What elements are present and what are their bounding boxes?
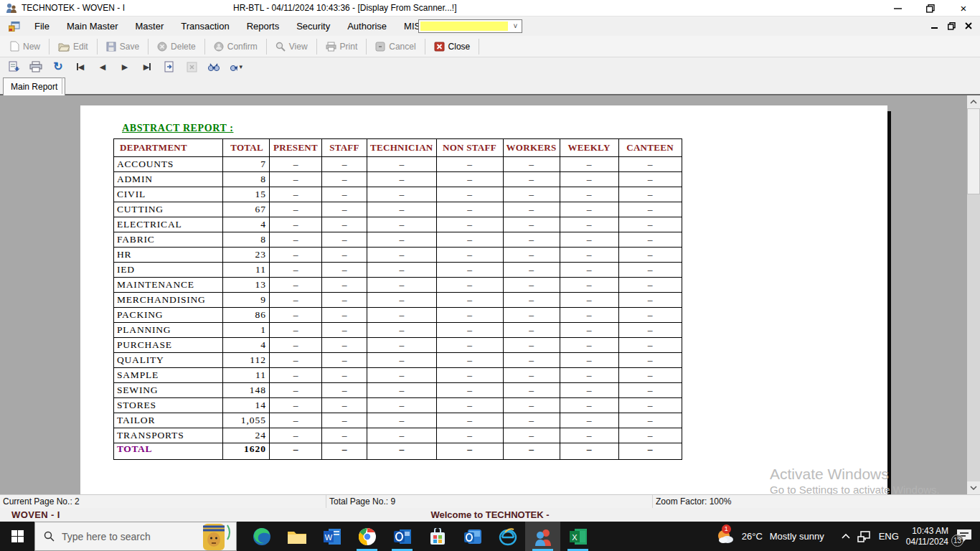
print-button[interactable]: Print (319, 37, 365, 56)
close-button[interactable]: Close (427, 37, 478, 56)
table-cell: – (322, 187, 367, 202)
table-row: TAILOR1,055––––––– (114, 413, 682, 428)
taskbar-outlook-icon[interactable] (385, 522, 420, 551)
table-cell: – (618, 202, 682, 217)
table-cell: 148 (223, 383, 270, 398)
taskbar-file-explorer-icon[interactable] (279, 522, 314, 551)
language-indicator[interactable]: ENG (879, 531, 899, 542)
taskbar-excel-icon[interactable]: X (560, 522, 595, 551)
table-row: CIVIL15––––––– (114, 187, 682, 202)
minimize-button[interactable] (881, 0, 914, 17)
export-report-icon[interactable] (7, 60, 20, 73)
taskbar-store-icon[interactable] (420, 522, 455, 551)
first-page-icon[interactable]: ◀ (74, 60, 87, 73)
table-cell: – (618, 217, 682, 232)
save-disk-icon (106, 42, 116, 52)
mdi-close-button[interactable] (961, 20, 976, 32)
table-cell: – (322, 308, 367, 323)
restore-button[interactable] (914, 0, 947, 17)
table-cell: ADMIN (114, 172, 223, 187)
save-button[interactable]: Save (99, 37, 146, 56)
weather-icon[interactable]: 1 (716, 527, 735, 546)
scrollbar-thumb[interactable] (967, 108, 980, 194)
confirm-button[interactable]: Confirm (207, 37, 265, 56)
report-page: ABSTRACT REPORT : DEPARTMENTTOTALPRESENT… (80, 105, 887, 494)
table-cell: – (322, 398, 367, 413)
mdi-minimize-button[interactable] (927, 20, 941, 32)
weather-desc[interactable]: Mostly sunny (770, 531, 824, 542)
table-cell: – (436, 428, 503, 443)
tab-main-report[interactable]: Main Report (3, 77, 65, 95)
zoom-level-icon[interactable]: ▾ (230, 60, 242, 73)
delete-button[interactable]: Delete (150, 37, 203, 56)
table-cell: – (436, 443, 503, 460)
column-header: PRESENT (270, 139, 322, 157)
table-cell: – (367, 187, 437, 202)
refresh-icon[interactable]: ↻ (52, 60, 65, 73)
goto-page-icon[interactable] (163, 60, 176, 73)
search-highlight-image[interactable] (193, 522, 235, 550)
toolbar-separator (97, 39, 98, 55)
menu-item-main-master[interactable]: Main Master (58, 18, 127, 34)
menu-item-security[interactable]: Security (288, 18, 339, 34)
table-cell: – (367, 323, 437, 338)
table-cell: – (270, 263, 322, 278)
table-cell: – (618, 428, 682, 443)
weather-temp[interactable]: 26°C (742, 531, 763, 542)
taskbar-clock[interactable]: 10:43 AM 04/11/2024 (906, 526, 948, 547)
table-cell: – (560, 293, 618, 308)
menu-item-file[interactable]: File (26, 18, 58, 34)
taskbar-word-icon[interactable]: W (314, 522, 349, 551)
close-window-button[interactable]: × (947, 0, 980, 17)
magnifier-icon (275, 42, 286, 52)
table-cell: – (436, 278, 503, 293)
table-cell: – (367, 443, 437, 460)
taskbar-search[interactable] (34, 522, 237, 551)
chevron-down-icon[interactable]: ˅ (509, 20, 522, 32)
table-cell: – (270, 278, 322, 293)
taskbar-chrome-icon[interactable] (349, 522, 385, 551)
taskbar-technotek-app-icon[interactable] (525, 522, 560, 551)
table-cell: – (270, 172, 322, 187)
edit-button[interactable]: Edit (51, 37, 95, 56)
taskbar-edge-icon[interactable] (244, 522, 279, 551)
start-button[interactable] (0, 522, 34, 551)
table-cell: – (367, 232, 437, 248)
taskbar-internet-explorer-icon[interactable] (490, 522, 525, 551)
tray-chevron-up-icon[interactable] (842, 534, 850, 540)
table-cell: – (270, 368, 322, 383)
table-cell: SEWING (114, 383, 223, 398)
table-cell: – (560, 428, 618, 443)
table-cell: – (270, 248, 322, 263)
vertical-scrollbar[interactable] (967, 95, 980, 494)
toolbar-separator (316, 39, 317, 55)
taskbar-outlook-new-icon[interactable] (455, 522, 490, 551)
previous-page-icon[interactable]: ◀ (96, 60, 109, 73)
quick-search-combobox[interactable]: ˅ (418, 19, 522, 33)
zoom-dropdown-icon: ▾ (239, 63, 242, 70)
print-report-icon[interactable] (29, 60, 42, 73)
menu-item-transaction[interactable]: Transaction (172, 18, 237, 34)
mdi-restore-button[interactable] (944, 20, 958, 32)
scroll-up-icon[interactable] (967, 95, 980, 108)
last-page-icon[interactable]: ▶ (141, 60, 154, 73)
table-cell: 86 (223, 308, 270, 323)
menu-item-reports[interactable]: Reports (238, 18, 288, 34)
cancel-button[interactable]: Cancel (368, 37, 423, 56)
table-cell: – (503, 308, 560, 323)
network-icon[interactable] (857, 531, 872, 542)
column-header: DEPARTMENT (114, 139, 223, 157)
menu-item-master[interactable]: Master (126, 18, 172, 34)
menu-item-authorise[interactable]: Authorise (339, 18, 395, 34)
report-viewer-area: ABSTRACT REPORT : DEPARTMENTTOTALPRESENT… (0, 95, 980, 494)
report-table-header-row: DEPARTMENTTOTALPRESENTSTAFFTECHNICIANNON… (114, 139, 682, 157)
new-button[interactable]: New (3, 37, 47, 56)
next-page-icon[interactable]: ▶ (118, 60, 131, 73)
search-text-icon[interactable] (207, 60, 220, 73)
action-center-icon[interactable]: 13 (956, 528, 974, 545)
view-button[interactable]: View (268, 37, 315, 56)
table-cell: – (270, 353, 322, 368)
search-input[interactable] (62, 531, 184, 542)
scroll-down-icon[interactable] (967, 481, 980, 494)
table-cell: 9 (223, 293, 270, 308)
